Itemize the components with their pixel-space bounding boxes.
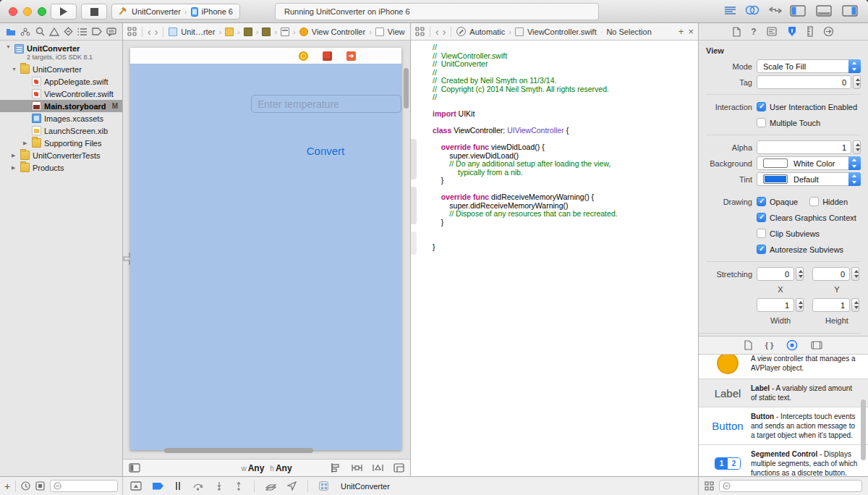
crumb-view[interactable]: View: [388, 28, 405, 36]
pin-constraints-icon[interactable]: [352, 463, 362, 473]
symbol-navigator-tab[interactable]: [20, 28, 30, 36]
project-root-row[interactable]: ▼ UnitConverter 2 targets, iOS SDK 8.1: [0, 43, 122, 63]
assistant-editor-button[interactable]: [745, 5, 760, 15]
report-navigator-tab[interactable]: [106, 28, 116, 36]
clip-subviews-checkbox[interactable]: [757, 229, 766, 238]
storyboard-canvas[interactable]: ➔ Convert: [123, 41, 410, 459]
folder-icon[interactable]: [225, 28, 234, 36]
scheme-selector[interactable]: UnitConverter › iPhone 6: [111, 4, 240, 20]
autoresize-subviews-checkbox[interactable]: [757, 245, 766, 254]
view-debugger-icon[interactable]: [265, 481, 276, 491]
forward-button[interactable]: ›: [155, 28, 158, 35]
run-button[interactable]: [51, 4, 77, 20]
navigator-item-images-xcassets[interactable]: Images.xcassets: [0, 112, 122, 124]
disclosure-open-icon[interactable]: ▼: [12, 67, 20, 72]
align-constraints-icon[interactable]: [331, 463, 341, 473]
library-item-button[interactable]: ButtonButton - Intercepts touch events a…: [699, 407, 868, 445]
attributes-inspector-tab[interactable]: [787, 26, 797, 37]
view-controller-dock-icon[interactable]: [299, 51, 308, 61]
resolve-autolayout-icon[interactable]: [373, 463, 383, 473]
stop-button[interactable]: [81, 4, 107, 20]
test-navigator-tab[interactable]: [64, 27, 73, 36]
library-scrollbar[interactable]: [861, 399, 866, 460]
dropdown-stepper-icon[interactable]: [848, 172, 861, 186]
tint-color-dropdown[interactable]: Default: [757, 172, 861, 186]
step-out-icon[interactable]: [234, 481, 243, 491]
tint-color-swatch[interactable]: [763, 174, 788, 184]
simulate-location-icon[interactable]: [287, 481, 297, 491]
alpha-stepper[interactable]: [853, 140, 861, 154]
navigator-item-products[interactable]: ▶Products: [0, 161, 122, 174]
navigator-filter-field[interactable]: [50, 480, 118, 492]
source-code-area[interactable]: //// ViewController.swift// UnitConverte…: [411, 41, 698, 476]
disclosure-open-icon[interactable]: ▼: [3, 44, 14, 62]
crumb-view-controller[interactable]: View Controller: [312, 28, 365, 36]
user-interaction-checkbox[interactable]: [757, 102, 766, 111]
tag-field[interactable]: 0: [757, 75, 851, 89]
library-filter-field[interactable]: [719, 480, 862, 492]
exit-segue-icon[interactable]: ➔: [346, 51, 356, 61]
pause-execution-icon[interactable]: [174, 481, 182, 491]
disclosure-closed-icon[interactable]: ▶: [12, 153, 20, 158]
dropdown-stepper-icon[interactable]: [848, 59, 861, 73]
toggle-debug-area-button[interactable]: [816, 5, 832, 17]
folder-icon[interactable]: [244, 28, 252, 36]
recent-files-filter-icon[interactable]: [21, 481, 30, 491]
add-file-button[interactable]: +: [4, 482, 10, 491]
dropdown-stepper-icon[interactable]: [848, 156, 861, 170]
stretch-height-field[interactable]: 1: [812, 298, 850, 312]
step-into-icon[interactable]: [215, 481, 224, 491]
identity-inspector-tab[interactable]: [767, 27, 777, 36]
alpha-field[interactable]: 1: [757, 140, 851, 154]
navigator-item-main-storyboard[interactable]: Main.storyboardM: [0, 100, 122, 112]
close-assistant-editor-button[interactable]: ×: [688, 26, 694, 37]
resizing-behavior-icon[interactable]: [393, 463, 404, 473]
stretch-y-field[interactable]: 0: [812, 267, 850, 281]
navigator-item-supporting-files[interactable]: ▶Supporting Files: [0, 137, 122, 149]
search-navigator-tab[interactable]: [35, 27, 45, 36]
toggle-navigator-button[interactable]: [790, 5, 806, 17]
quick-help-inspector-tab[interactable]: ?: [751, 27, 756, 37]
mode-dropdown[interactable]: Scale To Fill: [757, 59, 861, 73]
background-color-dropdown[interactable]: White Color: [757, 156, 861, 170]
clears-graphics-checkbox[interactable]: [757, 213, 766, 222]
first-responder-icon[interactable]: [323, 51, 332, 61]
crumb-file[interactable]: Unit…rter: [181, 28, 215, 36]
tag-stepper[interactable]: [853, 75, 861, 89]
file-template-library-tab[interactable]: [744, 340, 752, 350]
back-button[interactable]: ‹: [148, 28, 151, 35]
disclosure-closed-icon[interactable]: ▶: [12, 165, 20, 171]
size-class-control[interactable]: wAny hAny: [241, 463, 292, 473]
navigator-item-viewcontroller-swift[interactable]: ViewController.swift: [0, 88, 122, 100]
canvas-vertical-scrollbar[interactable]: [404, 68, 409, 109]
size-inspector-tab[interactable]: [807, 26, 813, 37]
navigator-item-unitconvertertests[interactable]: ▶UnitConverterTests: [0, 149, 122, 161]
crumb-code-file[interactable]: ViewController.swift: [527, 28, 597, 36]
minimize-window-button[interactable]: [23, 7, 32, 16]
debug-process-name[interactable]: UnitConverter: [341, 482, 390, 491]
file-inspector-tab[interactable]: [733, 27, 741, 37]
crumb-selection[interactable]: No Selection: [606, 28, 651, 36]
project-navigator-tab[interactable]: [6, 28, 16, 36]
navigator-item-launchscreen-xib[interactable]: LaunchScreen.xib: [0, 124, 122, 137]
library-item-av-player-view-controller[interactable]: A view controller that manages a AVPlaye…: [699, 355, 868, 379]
main-view[interactable]: Convert: [130, 64, 401, 450]
breakpoints-toggle-icon[interactable]: [153, 483, 163, 490]
navigator-item-unitconverter[interactable]: ▼UnitConverter: [0, 63, 122, 75]
step-over-icon[interactable]: [192, 482, 204, 491]
related-items-icon[interactable]: [127, 27, 137, 36]
media-library-tab[interactable]: [811, 341, 822, 350]
view-controller-scene[interactable]: ➔ Convert: [130, 48, 401, 450]
canvas-horizontal-scrollbar[interactable]: [164, 448, 313, 453]
scm-status-filter-icon[interactable]: [35, 481, 45, 491]
connections-inspector-tab[interactable]: [823, 26, 834, 37]
library-view-mode-icon[interactable]: [705, 481, 714, 491]
stretch-x-field[interactable]: 0: [757, 267, 794, 281]
disclosure-closed-icon[interactable]: ▶: [23, 140, 32, 146]
add-assistant-editor-button[interactable]: +: [678, 26, 684, 37]
issue-navigator-tab[interactable]: [49, 28, 59, 36]
document-outline-toggle[interactable]: [129, 463, 140, 473]
back-button[interactable]: ‹: [435, 28, 439, 35]
hidden-checkbox[interactable]: [809, 197, 819, 206]
toggle-inspector-button[interactable]: [842, 5, 858, 17]
